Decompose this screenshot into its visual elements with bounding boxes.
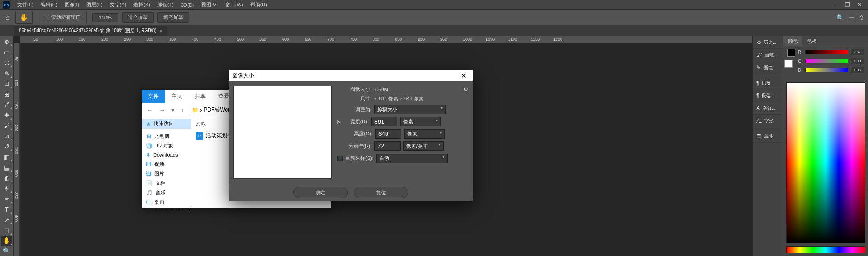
fill-screen-button[interactable]: 填充屏幕 xyxy=(157,12,189,23)
menu-select[interactable]: 选择(S) xyxy=(130,0,154,9)
height-unit-select[interactable]: 像素▾ xyxy=(404,129,445,139)
sidebar-desktop[interactable]: 🖵桌面 xyxy=(142,197,191,207)
nav-back-icon[interactable]: ← xyxy=(145,106,155,114)
b-slider[interactable] xyxy=(805,68,848,72)
resample-checkbox[interactable]: ✓ xyxy=(337,156,343,161)
lasso-tool[interactable]: ⵔ xyxy=(1,58,12,67)
explorer-tab-home[interactable]: 主页 xyxy=(165,90,189,103)
color-spectrum[interactable] xyxy=(786,82,865,243)
panel-properties[interactable]: ☰属性 xyxy=(753,130,783,143)
sidebar-music[interactable]: 🎵音乐 xyxy=(142,188,191,197)
gradient-tool[interactable]: ▦ xyxy=(1,163,12,172)
minimize-icon[interactable]: — xyxy=(830,0,842,9)
panel-glyph[interactable]: Æ字形 xyxy=(753,115,783,127)
path-tool[interactable]: ↗ xyxy=(1,215,12,224)
history-brush-tool[interactable]: ↺ xyxy=(1,142,12,151)
sidebar-downloads[interactable]: ⬇Downloads xyxy=(142,150,191,159)
menu-filter[interactable]: 滤镜(T) xyxy=(154,0,177,9)
width-input[interactable] xyxy=(371,117,397,126)
panel-character[interactable]: A字符... xyxy=(753,102,783,115)
ok-button[interactable]: 确定 xyxy=(293,187,348,198)
stamp-tool[interactable]: ⊿ xyxy=(1,131,12,141)
tab-close-icon[interactable]: × xyxy=(160,28,163,33)
dodge-tool[interactable]: ☀ xyxy=(1,184,12,193)
fit-screen-button[interactable]: 适合屏幕 xyxy=(122,12,154,23)
eyedropper-tool[interactable]: ✐ xyxy=(1,100,12,109)
move-tool[interactable]: ✥ xyxy=(1,37,12,47)
menu-image[interactable]: 图像(I) xyxy=(61,0,83,9)
g-value[interactable]: 238 xyxy=(851,58,864,64)
menu-type[interactable]: 文字(Y) xyxy=(106,0,130,9)
dim-dropdown-icon[interactable]: ▾ xyxy=(374,97,376,101)
sidebar-local-disk[interactable]: 🖴本地磁盘 (C:) xyxy=(142,207,191,210)
menu-3d[interactable]: 3D(D) xyxy=(177,1,198,9)
menu-help[interactable]: 帮助(H) xyxy=(247,0,271,9)
tab-swatches[interactable]: 色板 xyxy=(802,36,821,46)
panel-brush[interactable]: ✎画笔 xyxy=(753,61,783,74)
document-tab[interactable]: 86be445d8cd7cb82864406c2d7c296e5.gif @ 1… xyxy=(14,26,167,36)
r-slider[interactable] xyxy=(805,50,848,54)
sidebar-quick-access[interactable]: ★快速访问 xyxy=(142,119,191,129)
g-slider[interactable] xyxy=(805,59,848,63)
zoom-tool[interactable]: 🔍 xyxy=(1,247,12,256)
scroll-all-checkbox[interactable]: 滚动所有窗口 xyxy=(44,14,81,21)
menu-edit[interactable]: 编辑(E) xyxy=(37,0,61,9)
frame-tool[interactable]: ⊞ xyxy=(1,89,12,99)
background-swatch[interactable] xyxy=(784,60,793,68)
zoom-level[interactable]: 100% xyxy=(92,13,118,22)
blur-tool[interactable]: ◐ xyxy=(1,173,12,182)
crop-tool[interactable]: ⊡ xyxy=(1,79,12,88)
fit-to-select[interactable]: 原稿大小▾ xyxy=(374,105,446,114)
dialog-close-icon[interactable]: ✕ xyxy=(458,71,469,80)
panel-paragraph[interactable]: ¶段落 xyxy=(753,77,783,89)
pen-tool[interactable]: ✒ xyxy=(1,194,12,204)
nav-history-icon[interactable]: ▾ xyxy=(170,106,176,114)
marquee-tool[interactable]: ▭ xyxy=(1,47,12,57)
search-icon[interactable]: 🔍 xyxy=(836,14,844,21)
home-icon[interactable]: ⌂ xyxy=(4,12,12,23)
resolution-input[interactable] xyxy=(374,141,401,151)
shape-tool[interactable]: ◻ xyxy=(1,225,12,235)
link-icon[interactable]: ⎘ xyxy=(337,119,340,125)
image-size-label: 图像大小: xyxy=(337,86,372,93)
share-icon[interactable]: ⇪ xyxy=(859,14,864,21)
brush-tool[interactable]: 🖌 xyxy=(1,121,12,130)
explorer-tab-share[interactable]: 共享 xyxy=(189,90,212,103)
r-label: R xyxy=(798,50,802,55)
explorer-tab-file[interactable]: 文件 xyxy=(142,90,165,103)
menu-file[interactable]: 文件(F) xyxy=(14,0,37,9)
healing-tool[interactable]: ✚ xyxy=(1,110,12,120)
hand-tool-icon[interactable]: ✋ xyxy=(15,11,33,24)
height-input[interactable] xyxy=(375,129,401,139)
resample-select[interactable]: 自动▾ xyxy=(376,154,448,163)
menu-view[interactable]: 视图(V) xyxy=(198,0,222,9)
maximize-icon[interactable]: ❐ xyxy=(842,0,854,9)
workspace-icon[interactable]: ▭ xyxy=(849,14,854,21)
resolution-unit-select[interactable]: 像素/英寸▾ xyxy=(403,141,444,151)
sidebar-this-pc[interactable]: 🖥此电脑 xyxy=(142,131,191,141)
sidebar-3d-objects[interactable]: 🧊3D 对象 xyxy=(142,141,191,150)
eraser-tool[interactable]: ◧ xyxy=(1,152,12,162)
close-icon[interactable]: ✕ xyxy=(854,0,865,9)
hue-strip[interactable] xyxy=(786,246,865,253)
type-tool[interactable]: T xyxy=(1,205,12,214)
reset-button[interactable]: 复位 xyxy=(354,187,408,198)
panel-paragraph-style[interactable]: ¶段落... xyxy=(753,89,783,102)
panel-brush-preset[interactable]: 🖌画笔... xyxy=(753,49,783,61)
sidebar-pictures[interactable]: 🖼图片 xyxy=(142,169,191,178)
gear-icon[interactable]: ⚙ xyxy=(463,86,468,93)
menu-window[interactable]: 窗口(W) xyxy=(222,0,247,9)
hand-tool[interactable]: ✋ xyxy=(1,236,12,246)
quick-select-tool[interactable]: ✎ xyxy=(1,69,12,78)
foreground-swatch[interactable] xyxy=(787,49,795,57)
sidebar-documents[interactable]: 📄文档 xyxy=(142,178,191,188)
menu-layer[interactable]: 图层(L) xyxy=(83,0,106,9)
width-unit-select[interactable]: 像素▾ xyxy=(400,117,441,126)
nav-forward-icon[interactable]: → xyxy=(157,106,167,114)
panel-history[interactable]: ⟲历史... xyxy=(753,36,783,49)
sidebar-videos[interactable]: 🎞视频 xyxy=(142,159,191,169)
r-value[interactable]: 237 xyxy=(851,49,864,55)
nav-up-icon[interactable]: ↑ xyxy=(179,106,186,114)
b-value[interactable]: 236 xyxy=(851,67,864,73)
tab-color[interactable]: 颜色 xyxy=(783,36,802,46)
